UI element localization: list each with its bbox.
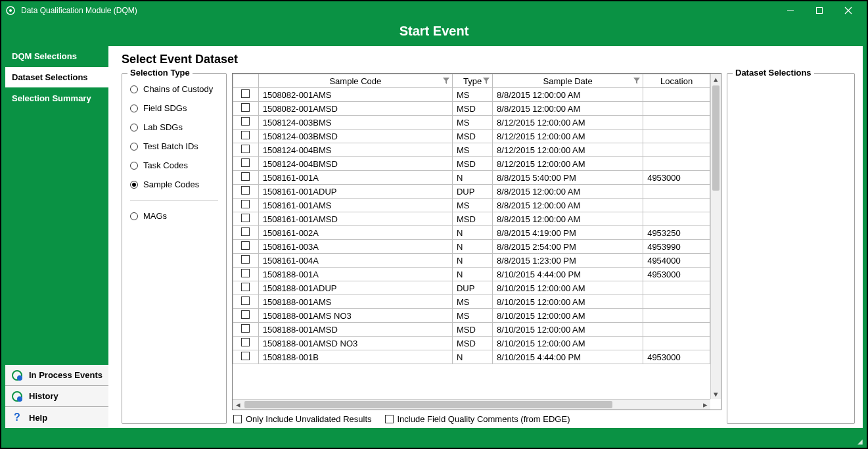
radio-task-codes[interactable]: Task Codes [130, 160, 218, 170]
radio-sample-codes[interactable]: Sample Codes [130, 179, 218, 189]
selection-type-legend: Selection Type [127, 68, 193, 78]
cell-sample-code: 1508124-004BMSD [258, 157, 452, 171]
cell-sample-date: 8/8/2015 12:00:00 AM [493, 102, 643, 116]
table-row[interactable]: 1508188-001AMSMS8/10/2015 12:00:00 AM [233, 295, 710, 309]
cell-type: N [452, 240, 492, 254]
row-checkbox[interactable] [241, 158, 250, 167]
row-checkbox[interactable] [241, 296, 250, 305]
row-checkbox[interactable] [241, 310, 250, 319]
grid-scroll: Sample CodeTypeSample DateLocation 15080… [232, 73, 721, 410]
row-checkbox[interactable] [241, 241, 250, 250]
close-button[interactable] [834, 1, 863, 20]
column-header-type[interactable]: Type [452, 74, 492, 88]
radio-mags[interactable]: MAGs [130, 211, 218, 221]
row-checkbox[interactable] [241, 172, 250, 181]
table-row[interactable]: 1508124-004BMSMS8/12/2015 12:00:00 AM [233, 143, 710, 157]
table-row[interactable]: 1508082-001AMSMS8/8/2015 12:00:00 AM [233, 88, 710, 102]
column-header-code[interactable]: Sample Code [258, 74, 452, 88]
minimize-button[interactable] [776, 1, 805, 20]
table-row[interactable]: 1508124-003BMSMS8/12/2015 12:00:00 AM [233, 116, 710, 130]
radio-lab-sdgs[interactable]: Lab SDGs [130, 122, 218, 132]
filter-icon[interactable] [483, 76, 490, 86]
cell-location [643, 212, 710, 226]
table-row[interactable]: 1508161-001AMSDMSD8/8/2015 12:00:00 AM [233, 212, 710, 226]
table-row[interactable]: 1508188-001BN8/10/2015 4:44:00 PM4953000 [233, 350, 710, 364]
table-row[interactable]: 1508161-004AN8/8/2015 1:23:00 PM4954000 [233, 254, 710, 268]
row-checkbox[interactable] [241, 200, 250, 208]
sidebar-item-dataset-selections[interactable]: Dataset Selections [5, 67, 108, 88]
radio-chains-of-custody[interactable]: Chains of Custody [130, 84, 218, 94]
cell-sample-code: 1508161-002A [258, 226, 452, 240]
row-checkbox[interactable] [241, 269, 250, 277]
cell-location: 4953250 [643, 226, 710, 240]
row-checkbox[interactable] [241, 89, 250, 98]
row-checkbox[interactable] [241, 227, 250, 236]
row-checkbox[interactable] [241, 255, 250, 264]
row-checkbox[interactable] [241, 214, 250, 222]
cell-type: MSD [452, 130, 492, 143]
table-row[interactable]: 1508161-001ADUPDUP8/8/2015 12:00:00 AM [233, 185, 710, 199]
scroll-right-icon[interactable]: ▸ [700, 400, 710, 410]
svg-point-1 [9, 9, 12, 12]
cell-sample-date: 8/10/2015 4:44:00 PM [493, 268, 643, 281]
vertical-scrollbar[interactable]: ▴ ▾ [710, 74, 721, 399]
row-checkbox[interactable] [241, 131, 250, 139]
row-checkbox[interactable] [241, 283, 250, 291]
table-row[interactable]: 1508188-001AMS NO3MS8/10/2015 12:00:00 A… [233, 309, 710, 323]
filter-icon[interactable] [443, 76, 449, 86]
row-checkbox[interactable] [241, 338, 250, 346]
table-row[interactable]: 1508188-001AMSD NO3MSD8/10/2015 12:00:00… [233, 337, 710, 350]
table-row[interactable]: 1508161-001AN8/8/2015 5:40:00 PM4953000 [233, 171, 710, 185]
data-grid[interactable]: Sample CodeTypeSample DateLocation 15080… [233, 74, 710, 364]
table-row[interactable]: 1508188-001AN8/10/2015 4:44:00 PM4953000 [233, 268, 710, 281]
sidebar-item-selection-summary[interactable]: Selection Summary [5, 88, 108, 109]
radio-test-batch-ids[interactable]: Test Batch IDs [130, 141, 218, 151]
row-checkbox[interactable] [241, 103, 250, 112]
cell-sample-date: 8/10/2015 12:00:00 AM [493, 337, 643, 350]
scroll-up-icon[interactable]: ▴ [711, 74, 721, 84]
row-checkbox[interactable] [241, 145, 250, 153]
vscroll-thumb[interactable] [712, 85, 720, 191]
column-header-loc[interactable]: Location [643, 74, 710, 88]
horizontal-scrollbar[interactable]: ◂ ▸ [233, 399, 710, 410]
table-row[interactable]: 1508188-001ADUPDUP8/10/2015 12:00:00 AM [233, 281, 710, 295]
sidebar-button-help[interactable]: ?Help [5, 407, 108, 428]
table-row[interactable]: 1508124-004BMSDMSD8/12/2015 12:00:00 AM [233, 157, 710, 171]
help-icon: ? [11, 411, 24, 424]
row-checkbox[interactable] [241, 186, 250, 195]
radio-label: Chains of Custody [143, 84, 213, 94]
cell-sample-date: 8/8/2015 12:00:00 AM [493, 185, 643, 199]
scroll-left-icon[interactable]: ◂ [233, 400, 243, 410]
maximize-button[interactable] [805, 1, 834, 20]
sidebar-item-dqm-selections[interactable]: DQM Selections [5, 46, 108, 67]
row-checkbox[interactable] [241, 324, 250, 333]
app-icon [5, 5, 16, 16]
table-row[interactable]: 1508124-003BMSDMSD8/12/2015 12:00:00 AM [233, 130, 710, 143]
dataset-selections-legend: Dataset Selections [733, 68, 814, 78]
column-header-check[interactable] [233, 74, 259, 88]
radio-field-sdgs[interactable]: Field SDGs [130, 103, 218, 113]
scroll-down-icon[interactable]: ▾ [711, 389, 721, 399]
hscroll-thumb[interactable] [244, 401, 612, 408]
table-row[interactable]: 1508082-001AMSDMSD8/8/2015 12:00:00 AM [233, 102, 710, 116]
cell-type: DUP [452, 185, 492, 199]
resize-grip-icon[interactable]: ◢ [857, 438, 863, 445]
filter-icon[interactable] [633, 76, 640, 86]
row-checkbox[interactable] [241, 117, 250, 126]
only-unvalidated-label: Only Include Unvalidated Results [246, 414, 372, 424]
cell-location [643, 199, 710, 212]
table-row[interactable]: 1508161-001AMSMS8/8/2015 12:00:00 AM [233, 199, 710, 212]
row-checkbox[interactable] [241, 352, 250, 360]
cell-type: MSD [452, 323, 492, 337]
main-panel: Select Event Dataset Selection Type Chai… [108, 46, 863, 428]
table-row[interactable]: 1508161-003AN8/8/2015 2:54:00 PM4953990 [233, 240, 710, 254]
sidebar-button-history[interactable]: History [5, 386, 108, 407]
include-field-quality-checkbox[interactable]: Include Field Quality Comments (from EDG… [385, 414, 570, 424]
only-unvalidated-checkbox[interactable]: Only Include Unvalidated Results [233, 414, 372, 424]
content-area: DQM SelectionsDataset SelectionsSelectio… [5, 46, 863, 428]
table-row[interactable]: 1508188-001AMSDMSD8/10/2015 12:00:00 AM [233, 323, 710, 337]
column-header-date[interactable]: Sample Date [493, 74, 643, 88]
cell-sample-code: 1508161-003A [258, 240, 452, 254]
sidebar-button-in-process-events[interactable]: In Process Events [5, 365, 108, 386]
table-row[interactable]: 1508161-002AN8/8/2015 4:19:00 PM4953250 [233, 226, 710, 240]
